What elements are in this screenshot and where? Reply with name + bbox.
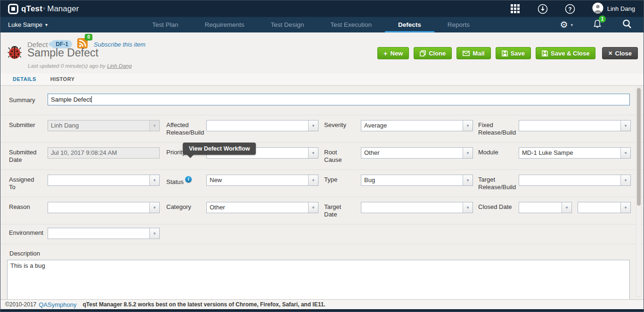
save-icon bbox=[502, 50, 508, 56]
reason-label: Reason bbox=[9, 202, 48, 211]
save-close-button[interactable]: Save & Close bbox=[536, 47, 595, 59]
severity-select[interactable]: Average ▾ bbox=[361, 120, 473, 131]
new-button-label: New bbox=[391, 50, 403, 57]
nav-test-plan[interactable]: Test Plan bbox=[139, 17, 192, 32]
dropdown-arrow-icon: ▾ bbox=[308, 148, 318, 158]
new-button[interactable]: + New bbox=[377, 47, 409, 59]
user-menu[interactable]: Linh Dang bbox=[592, 2, 635, 16]
nav-defects[interactable]: Defects bbox=[385, 17, 434, 32]
target-date-select[interactable]: ▾ bbox=[361, 202, 473, 213]
status-select[interactable]: New ▾ bbox=[206, 175, 318, 186]
nav-test-execution[interactable]: Test Execution bbox=[317, 17, 385, 32]
dropdown-arrow-icon: ▾ bbox=[620, 175, 630, 185]
category-select[interactable]: Other ▾ bbox=[206, 202, 318, 213]
settings-menu[interactable]: ⚙ ▾ bbox=[560, 20, 573, 29]
assigned-to-select[interactable]: ▾ bbox=[48, 175, 160, 186]
project-selector[interactable]: Luke Sampe ▾ bbox=[0, 17, 54, 32]
nav-reports[interactable]: Reports bbox=[434, 17, 483, 32]
dropdown-arrow-icon: ▾ bbox=[620, 148, 630, 158]
dropdown-arrow-icon: ▾ bbox=[308, 120, 318, 131]
app-grid-icon[interactable] bbox=[510, 4, 521, 14]
submitted-date-input: Jul 10, 2017 9:08:24 AM bbox=[48, 147, 160, 159]
type-select[interactable]: Bug ▾ bbox=[361, 175, 473, 186]
notifications-button[interactable]: 1 bbox=[593, 19, 602, 31]
top-bar: qTest ® Manager bbox=[0, 0, 644, 17]
module-label: Module bbox=[473, 147, 519, 156]
qtest-logo-icon bbox=[8, 4, 18, 14]
root-cause-select[interactable]: Other ▾ bbox=[361, 147, 473, 159]
copyright-text: ©2010-2017 bbox=[5, 301, 36, 308]
subscribe-link[interactable]: Subscribe this item bbox=[94, 41, 146, 48]
mail-icon bbox=[463, 51, 470, 56]
module-value: MD-1 Luke Sampe bbox=[519, 148, 620, 158]
chevron-down-icon: ▾ bbox=[45, 22, 48, 27]
search-icon bbox=[622, 19, 632, 29]
dropdown-arrow-icon: ▾ bbox=[463, 202, 473, 213]
root-cause-value: Other bbox=[361, 148, 463, 158]
download-icon[interactable] bbox=[538, 4, 548, 14]
user-name: Linh Dang bbox=[607, 5, 635, 12]
qasymphony-link[interactable]: QASymphony bbox=[39, 301, 76, 308]
closed-date-date-value bbox=[519, 202, 562, 213]
updated-by-user-link[interactable]: Linh Dang bbox=[107, 63, 131, 69]
reason-select[interactable]: ▾ bbox=[48, 202, 160, 213]
qtest-logo: qTest ® Manager bbox=[8, 4, 79, 14]
form-row: Submitted Date Jul 10, 2017 9:08:24 AM P… bbox=[0, 143, 644, 170]
notification-badge: 1 bbox=[599, 16, 606, 23]
dropdown-arrow-icon: ▾ bbox=[620, 120, 630, 131]
module-select[interactable]: MD-1 Luke Sampe ▾ bbox=[519, 147, 631, 159]
summary-value: Sample Defect bbox=[51, 96, 91, 103]
submitter-value: Linh Dang bbox=[48, 120, 149, 131]
brand-manager: Manager bbox=[47, 4, 79, 14]
save-button[interactable]: Save bbox=[496, 47, 531, 59]
target-date-label: Target Date bbox=[318, 202, 361, 218]
help-icon[interactable]: ? bbox=[565, 4, 575, 14]
plus-icon: + bbox=[383, 49, 388, 57]
severity-value: Average bbox=[361, 120, 463, 131]
dropdown-arrow-icon: ▾ bbox=[463, 120, 473, 131]
dropdown-arrow-icon: ▾ bbox=[149, 175, 159, 185]
summary-input[interactable]: Sample Defect bbox=[48, 94, 630, 105]
save-close-button-label: Save & Close bbox=[551, 50, 589, 57]
workflow-tooltip: View Defect Workflow bbox=[183, 143, 256, 155]
nav-test-design[interactable]: Test Design bbox=[258, 17, 318, 32]
search-button[interactable] bbox=[622, 19, 632, 31]
category-label: Category bbox=[161, 202, 206, 211]
tab-history[interactable]: HISTORY bbox=[49, 76, 77, 85]
vertical-scrollbar[interactable] bbox=[636, 87, 642, 296]
gear-icon: ⚙ bbox=[560, 20, 568, 29]
reason-value bbox=[48, 202, 149, 213]
dropdown-arrow-icon: ▾ bbox=[149, 228, 159, 239]
form-row: Reason ▾ Category Other ▾ Target Date ▾ … bbox=[0, 197, 644, 224]
status-label: Statusi bbox=[161, 175, 206, 186]
form-row: Assigned To ▾ Statusi New ▾ Type Bug ▾ T… bbox=[0, 170, 644, 197]
fixed-release-select[interactable]: ▾ bbox=[519, 120, 631, 131]
defect-header: Defect DF-1 0 Subscribe this item Sample… bbox=[0, 32, 644, 73]
tab-details[interactable]: DETAILS bbox=[11, 76, 38, 85]
nav-requirements[interactable]: Requirements bbox=[192, 17, 258, 32]
environment-select[interactable]: ▾ bbox=[48, 228, 160, 239]
dropdown-arrow-icon: ▾ bbox=[308, 175, 318, 185]
mail-button[interactable]: Mail bbox=[457, 47, 490, 59]
closed-date-time-select[interactable]: ▾ bbox=[578, 202, 631, 213]
scrollbar-thumb[interactable] bbox=[637, 88, 641, 206]
affected-release-select[interactable]: ▾ bbox=[206, 120, 318, 131]
rss-count-badge: 0 bbox=[85, 34, 92, 40]
clone-icon bbox=[420, 50, 426, 56]
target-release-select[interactable]: ▾ bbox=[519, 175, 631, 186]
version-info-text: qTest Manager 8.5.2 works best on the la… bbox=[82, 301, 325, 308]
closed-date-date-select[interactable]: ▾ bbox=[519, 202, 572, 213]
dropdown-arrow-icon: ▾ bbox=[463, 175, 473, 185]
clone-button[interactable]: Clone bbox=[414, 47, 452, 59]
fixed-release-value bbox=[519, 120, 620, 131]
dropdown-arrow-icon: ▾ bbox=[149, 202, 159, 213]
closed-date-label: Closed Date bbox=[473, 202, 519, 211]
description-textarea[interactable]: This is a bug bbox=[7, 260, 630, 299]
form-row: Environment ▾ bbox=[0, 224, 644, 244]
dropdown-arrow-icon: ▾ bbox=[308, 202, 318, 213]
info-icon[interactable]: i bbox=[185, 176, 192, 183]
close-button-label: Close bbox=[615, 50, 632, 57]
form-row: Submitter Linh Dang ▾ Affected Release/B… bbox=[0, 115, 644, 143]
close-button[interactable]: × Close bbox=[602, 47, 638, 59]
submitter-label: Submitter bbox=[9, 120, 48, 129]
